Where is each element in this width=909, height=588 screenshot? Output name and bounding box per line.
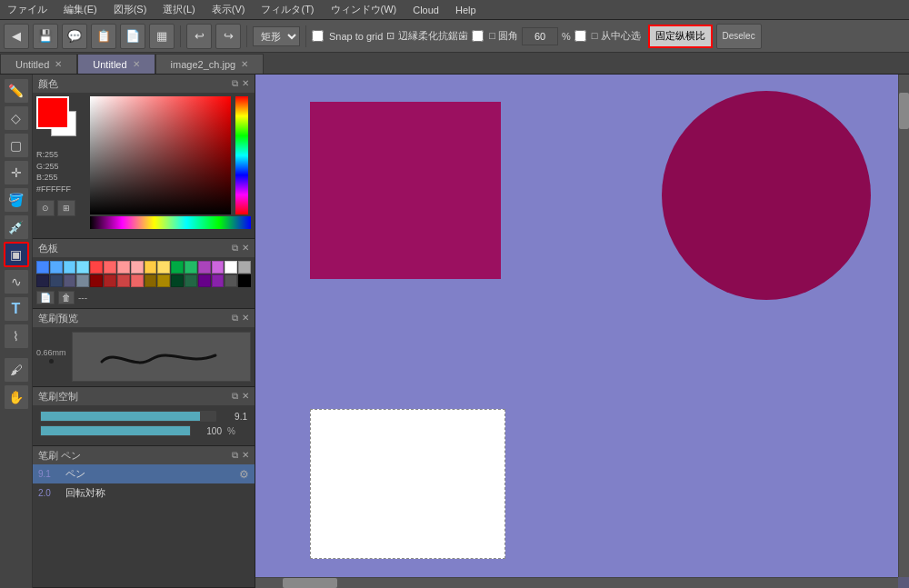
tool-hand[interactable]: ✋: [4, 384, 29, 410]
palette-color[interactable]: [50, 274, 63, 287]
palette-color[interactable]: [36, 274, 49, 287]
toolbar-undo-btn[interactable]: ↩: [186, 24, 212, 49]
palette-color[interactable]: [171, 261, 184, 274]
tool-move[interactable]: ✛: [4, 160, 29, 185]
brush-pen-settings-1[interactable]: ⚙: [239, 468, 249, 481]
menu-help[interactable]: Help: [452, 5, 480, 15]
hscroll-thumb[interactable]: [283, 578, 337, 588]
brush-pen-header[interactable]: 笔刷 ペン ⧉ ✕: [33, 446, 255, 464]
brush-preview-header[interactable]: 笔刷预览 ⧉ ✕: [33, 309, 255, 327]
from-center-checkbox[interactable]: [574, 30, 586, 42]
palette-color[interactable]: [145, 274, 157, 287]
toolbar-comment-btn[interactable]: 💬: [62, 24, 87, 49]
fg-color-swatch[interactable]: [36, 96, 69, 129]
brush-preview-expand[interactable]: ⧉: [232, 313, 238, 324]
toolbar-copy-btn[interactable]: 📋: [91, 24, 116, 49]
tab-untitled-2[interactable]: Untitled ✕: [77, 54, 155, 74]
tool-rect-select[interactable]: ▢: [4, 133, 29, 158]
tool-active-blue[interactable]: ▣: [4, 242, 29, 267]
palette-color[interactable]: [212, 261, 225, 274]
toolbar-save-btn[interactable]: 💾: [33, 24, 58, 49]
palette-color[interactable]: [36, 261, 49, 274]
snap-to-grid-checkbox[interactable]: [312, 30, 324, 42]
palette-color[interactable]: [117, 261, 130, 274]
palette-color[interactable]: [90, 274, 103, 287]
tool-eyedropper[interactable]: 💉: [4, 214, 29, 240]
brush-pen-close[interactable]: ✕: [242, 450, 249, 461]
palette-color[interactable]: [185, 261, 197, 274]
color-panel-close[interactable]: ✕: [242, 78, 249, 89]
palette-color[interactable]: [212, 274, 225, 287]
brush-pen-item-rotate[interactable]: 2.0 回転対称: [33, 483, 255, 503]
canvas-wrapper[interactable]: [255, 75, 909, 588]
palette-color[interactable]: [64, 261, 76, 274]
menu-filter[interactable]: フィルタ(T): [257, 3, 317, 16]
menu-window[interactable]: ウィンドウ(W): [327, 3, 401, 16]
palette-panel-close[interactable]: ✕: [242, 243, 249, 254]
canvas-viewport[interactable]: [255, 75, 898, 577]
color-gradient-area[interactable]: [90, 96, 251, 234]
color-panel-header[interactable]: 颜色 ⧉ ✕: [33, 75, 255, 93]
palette-color[interactable]: [145, 261, 157, 274]
color-gradient-box[interactable]: [90, 96, 231, 214]
tool-text[interactable]: T: [4, 296, 29, 322]
tab-untitled-1[interactable]: Untitled ✕: [0, 54, 77, 74]
palette-color[interactable]: [64, 274, 76, 287]
round-corner-checkbox[interactable]: [472, 30, 484, 42]
tool-lasso[interactable]: ⌇: [4, 324, 29, 349]
horizontal-scrollbar[interactable]: [255, 577, 898, 588]
palette-panel-expand[interactable]: ⧉: [232, 243, 238, 254]
brush-opacity-slider[interactable]: [40, 425, 191, 436]
palette-color[interactable]: [225, 274, 237, 287]
tab-close-1[interactable]: ✕: [55, 59, 62, 69]
fixed-ratio-button[interactable]: 固定纵横比: [648, 25, 713, 48]
deselect-button[interactable]: Deselec: [716, 24, 762, 49]
palette-color[interactable]: [50, 261, 63, 274]
palette-color[interactable]: [90, 261, 103, 274]
tab-close-2[interactable]: ✕: [133, 59, 140, 69]
menu-view[interactable]: 表示(V): [208, 3, 249, 16]
palette-color[interactable]: [117, 274, 130, 287]
brush-pen-expand[interactable]: ⧉: [232, 450, 238, 461]
menu-cloud[interactable]: Cloud: [409, 5, 443, 15]
toolbar-redo-btn[interactable]: ↪: [215, 24, 241, 49]
menu-file[interactable]: ファイル: [4, 3, 51, 16]
tool-brush[interactable]: 🖌: [4, 357, 29, 383]
palette-color[interactable]: [104, 274, 116, 287]
tool-shape[interactable]: ◇: [4, 105, 29, 131]
tab-image2[interactable]: image2_ch.jpg ✕: [155, 54, 265, 74]
palette-color[interactable]: [238, 274, 251, 287]
vertical-scrollbar[interactable]: [898, 75, 909, 577]
palette-color[interactable]: [157, 261, 170, 274]
brush-custom-header[interactable]: 笔刷空制 ⧉ ✕: [33, 387, 255, 405]
palette-color[interactable]: [76, 261, 89, 274]
toolbar-back-btn[interactable]: ◀: [4, 24, 29, 49]
menu-edit[interactable]: 編集(E): [60, 3, 101, 16]
color-tool-1[interactable]: ⊙: [36, 200, 55, 216]
palette-color[interactable]: [131, 261, 144, 274]
palette-color[interactable]: [198, 274, 211, 287]
palette-color[interactable]: [104, 261, 116, 274]
color-spectrum-bar[interactable]: [90, 216, 251, 229]
toolbar-grid-btn[interactable]: ▦: [149, 24, 175, 49]
round-value-input[interactable]: [522, 27, 558, 45]
palette-color[interactable]: [76, 274, 89, 287]
brush-size-slider[interactable]: [40, 411, 216, 422]
palette-new-btn[interactable]: 📄: [36, 291, 55, 304]
palette-color[interactable]: [185, 274, 197, 287]
palette-color[interactable]: [171, 274, 184, 287]
brush-preview-close[interactable]: ✕: [242, 313, 249, 324]
toolbar-paste-btn[interactable]: 📄: [120, 24, 145, 49]
brush-custom-close[interactable]: ✕: [242, 391, 249, 402]
palette-panel-header[interactable]: 色板 ⧉ ✕: [33, 239, 255, 257]
menu-select[interactable]: 選択(L): [159, 3, 198, 16]
menu-shape[interactable]: 図形(S): [110, 3, 151, 16]
tool-pencil[interactable]: ✏️: [4, 78, 29, 104]
color-tool-2[interactable]: ⊞: [57, 200, 75, 216]
vscroll-thumb[interactable]: [899, 93, 909, 129]
palette-delete-btn[interactable]: 🗑: [58, 291, 75, 304]
palette-color[interactable]: [131, 274, 144, 287]
brush-custom-expand[interactable]: ⧉: [232, 391, 238, 402]
palette-color[interactable]: [157, 274, 170, 287]
tab-close-3[interactable]: ✕: [241, 59, 248, 69]
